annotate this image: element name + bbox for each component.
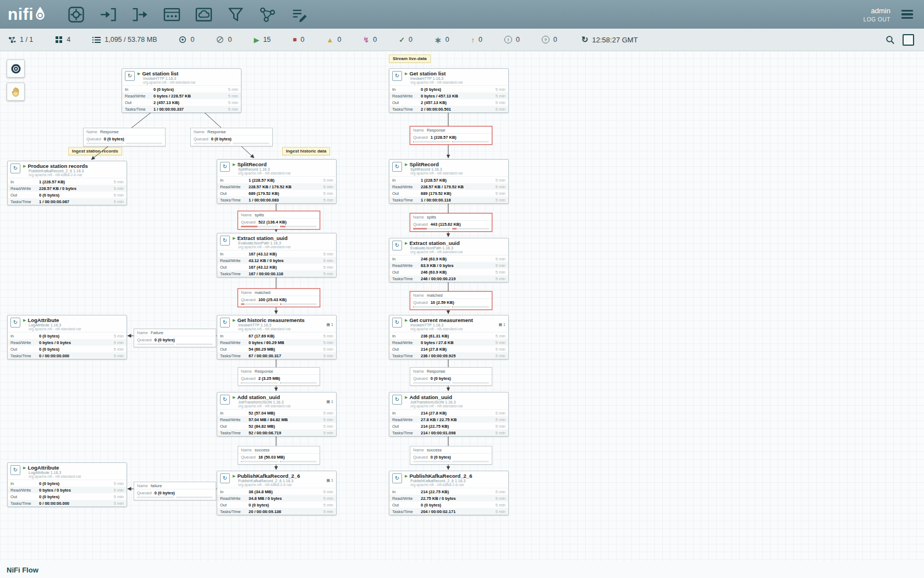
connection-name-row: NameFailure xyxy=(134,329,216,336)
stat-row-in: In167 (43.12 KB)5 min xyxy=(217,250,336,257)
run-status-icon: ▶ xyxy=(23,318,26,322)
processor-split-record-live[interactable]: ↻▶SplitRecordSplitRecord 1.16.3org.apach… xyxy=(389,159,509,204)
global-menu-button[interactable] xyxy=(899,8,915,21)
transmitting-count: 0 xyxy=(179,36,194,43)
connection-success-to-publish-historic[interactable]: NamesuccessQueued16 (50.03 MB) xyxy=(238,446,320,465)
processor-extract-station-uuid-historic[interactable]: ↻▶Extract station_uuidEvaluateJsonPath 1… xyxy=(217,233,337,277)
breadcrumb[interactable]: NiFi Flow xyxy=(7,566,38,574)
connection-name-key: Name xyxy=(413,215,424,220)
process-group-icon[interactable] xyxy=(161,4,182,25)
processor-log-attribute-historic[interactable]: ↻▶LogAttributeLogAttribute 1.16.3org.apa… xyxy=(7,315,127,359)
backpressure-bars xyxy=(134,496,216,500)
stat-label: Tasks/Time xyxy=(392,198,421,203)
processor-extract-station-uuid-live[interactable]: ↻▶Extract station_uuidEvaluateJsonPath 1… xyxy=(389,238,509,282)
processor-get-station-list-ingest[interactable]: ↻▶Get station listInvokeHTTP 1.16.3org.a… xyxy=(122,68,241,113)
processor-type-icon: ↻ xyxy=(392,71,402,81)
processor-add-station-uuid-live[interactable]: ↻▶Add station_uuidJoltTransformJSON 1.16… xyxy=(389,392,509,437)
stat-value: 214 (27.8 KB) xyxy=(421,347,491,352)
stat-label: Read/Write xyxy=(10,340,39,345)
running-icon: ▶ xyxy=(254,36,259,43)
processor-type: JoltTransformJSON 1.16.3 xyxy=(238,400,291,404)
connection-response-to-add-live[interactable]: NameResponseQueued0 (0 bytes) xyxy=(410,367,492,386)
processor-bundle: org.apache.nifi - nifi-standard-nar xyxy=(238,245,291,249)
connection-response-to-split-live[interactable]: NameResponseQueued1 (228.57 KB) xyxy=(410,126,492,145)
backpressure-bar xyxy=(452,306,490,308)
processor-titles: ▶SplitRecordSplitRecord 1.16.3org.apache… xyxy=(233,161,291,175)
label-stream-live-data[interactable]: Stream live-data xyxy=(389,54,431,63)
backpressure-bars xyxy=(410,306,492,309)
panel-toggle-button[interactable] xyxy=(903,34,914,46)
stat-row-read_write: Read/Write0 bytes / 0 bytes5 min xyxy=(8,487,127,493)
connection-splits-historic[interactable]: NamesplitsQueued522 (136.4 KB) xyxy=(238,211,320,230)
connection-name-key: Name xyxy=(241,290,252,295)
template-icon[interactable] xyxy=(257,4,278,25)
connection-name-row: Namesplits xyxy=(410,214,492,220)
label-ingest-historic-data[interactable]: Ingest historic data xyxy=(282,147,330,155)
connection-failure-to-log-live[interactable]: NamefailureQueued0 (0 bytes) xyxy=(134,482,216,500)
cluster-icon xyxy=(8,36,16,44)
connection-name-key: Name xyxy=(413,448,424,452)
stat-value: 0 (0 bytes) xyxy=(421,87,491,92)
stat-label: In xyxy=(220,411,249,416)
connection-queued-row: Queued16 (50.03 MB) xyxy=(238,453,320,460)
connection-success-to-publish-live[interactable]: NamesuccessQueued0 (0 bytes) xyxy=(410,446,492,465)
stat-label: Read/Write xyxy=(125,94,153,99)
processor-produce-station-records[interactable]: ↻▶Produce station recordsPublishKafkaRec… xyxy=(7,161,127,205)
stat-label: Out xyxy=(125,100,153,105)
connection-response-to-add-historic[interactable]: NameResponseQueued2 (3.25 MB) xyxy=(238,367,320,386)
stat-window: 5 min xyxy=(109,494,124,499)
refresh-icon[interactable]: ↻ xyxy=(581,35,588,45)
label-icon[interactable] xyxy=(289,4,310,25)
birdseye-button[interactable] xyxy=(7,59,25,78)
connection-name-row: NameResponse xyxy=(410,127,492,133)
refresh-status[interactable]: ↻ 12:58:27 GMT xyxy=(581,35,638,45)
processor-get-historic-measurements[interactable]: ↻▶Get historic measurementsInvokeHTTP 1.… xyxy=(217,315,337,359)
stat-value: 0 (0 bytes) xyxy=(39,481,109,486)
remote-process-group-icon[interactable] xyxy=(193,4,214,25)
connection-splits-live[interactable]: NamesplitsQueued443 (115.62 KB) xyxy=(410,213,492,232)
label-ingest-station-records[interactable]: Ingest station records xyxy=(68,147,122,155)
stat-value: 0 / 00:00:00.000 xyxy=(39,353,109,358)
processor-name: Get station list xyxy=(409,70,446,77)
connection-queued-key: Queued xyxy=(413,222,428,227)
input-port-icon[interactable] xyxy=(97,4,118,25)
stat-row-out: Out0 (0 bytes)5 min xyxy=(8,493,127,500)
processor-name-row: ▶Produce station records xyxy=(23,163,88,169)
search-button[interactable] xyxy=(886,35,895,45)
stat-label: Tasks/Time xyxy=(392,430,421,435)
output-port-icon[interactable] xyxy=(129,4,150,25)
processor-log-attribute-live[interactable]: ↻▶LogAttributeLogAttribute 1.16.3org.apa… xyxy=(7,462,127,507)
stat-label: Read/Write xyxy=(10,186,39,191)
connection-name-value: failure xyxy=(151,483,162,488)
stat-value: 52 (84.82 MB) xyxy=(249,424,319,429)
connection-matched-live[interactable]: NamematchedQueued10 (2.59 KB) xyxy=(410,291,492,310)
stat-window: 5 min xyxy=(491,87,505,92)
connection-queued-row: Queued10 (2.59 KB) xyxy=(410,298,492,306)
stat-window: 5 min xyxy=(491,509,505,514)
connection-name-key: Name xyxy=(137,483,148,488)
processor-icon[interactable] xyxy=(65,4,86,25)
backpressure-bar xyxy=(86,143,124,144)
hand-tool-button[interactable] xyxy=(7,83,25,101)
funnel-icon[interactable] xyxy=(225,4,246,25)
processor-publish-kafka-live[interactable]: ↻▶PublishKafkaRecord_2_6PublishKafkaReco… xyxy=(389,471,509,515)
stat-label: Read/Write xyxy=(220,258,249,263)
processor-publish-kafka-historic[interactable]: ↻▶PublishKafkaRecord_2_6PublishKafkaReco… xyxy=(217,471,337,515)
processor-split-record-historic[interactable]: ↻▶SplitRecordSplitRecord 1.16.3org.apach… xyxy=(217,159,337,204)
processor-type: LogAttribute 1.16.3 xyxy=(29,323,81,327)
processor-get-current-measurement[interactable]: ↻▶Get current measurementInvokeHTTP 1.16… xyxy=(389,315,509,359)
backpressure-bars xyxy=(191,142,272,146)
connection-response-to-split-historic[interactable]: NameResponseQueued0 (0 bytes) xyxy=(190,128,273,146)
active-threads: 4 xyxy=(55,36,70,43)
logout-link[interactable]: LOG OUT xyxy=(864,17,890,23)
processor-get-station-list-live[interactable]: ↻▶Get station listInvokeHTTP 1.16.3org.a… xyxy=(389,68,509,113)
connection-matched-historic[interactable]: NamematchedQueued100 (25.43 KB) xyxy=(238,288,320,307)
connection-response-to-produce[interactable]: NameResponseQueued0 (0 bytes) xyxy=(83,128,166,146)
flow-canvas[interactable]: Ingest station recordsIngest historic da… xyxy=(0,51,924,578)
stat-row-tasks: Tasks/Time236 / 00:00:09.9255 min xyxy=(389,352,508,359)
backpressure-bar xyxy=(137,497,174,498)
connection-failure-to-log-historic[interactable]: NameFailureQueued0 (0 bytes) xyxy=(134,329,216,347)
stat-row-read_write: Read/Write0 bytes / 228.57 KB5 min xyxy=(122,92,241,99)
processor-add-station-uuid-historic[interactable]: ↻▶Add station_uuidJoltTransformJSON 1.16… xyxy=(217,392,337,437)
processor-stats: In1 (228.57 KB)5 minRead/Write228.57 KB … xyxy=(389,176,508,203)
